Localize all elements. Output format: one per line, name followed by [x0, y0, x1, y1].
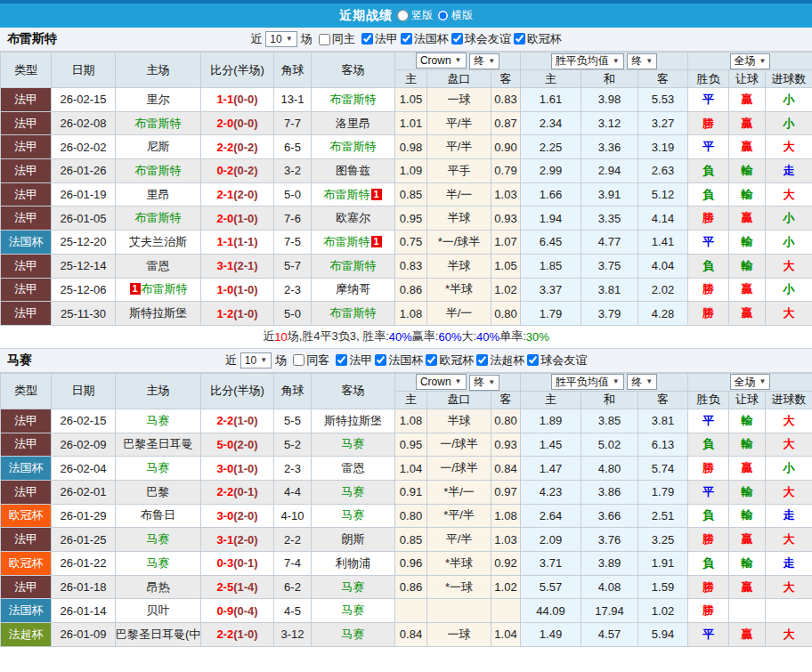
eu-away-odds-cell: 3.25	[638, 528, 688, 552]
league-checkbox[interactable]	[514, 33, 525, 45]
eu-draw-odds-cell: 3.36	[581, 135, 638, 159]
dropdown-arrow-icon: ▼	[488, 58, 495, 65]
filter-bar: 近 10 ▼ 场 同主 法甲法国杯球会友谊欧冠杯	[250, 31, 561, 48]
team-section-header-marseille: 马赛 近 10 ▼ 场 同客 法甲法国杯欧冠杯法超杯球会友谊	[0, 349, 812, 373]
away-team-cell: 布雷斯特	[312, 135, 395, 159]
league-filter-option[interactable]: 欧冠杯	[511, 31, 562, 47]
final-odds-select[interactable]: 终▼	[627, 53, 657, 69]
same-home-checkbox[interactable]	[319, 34, 330, 45]
col-header-result: 胜负	[688, 391, 729, 409]
bookmaker-select[interactable]: Crown▼	[416, 53, 467, 69]
team-name: 马赛	[147, 556, 170, 570]
col-header-eu-draw: 和	[581, 70, 638, 88]
layout-vertical-radio[interactable]	[397, 10, 409, 21]
ah-home-odds-cell: 0.80	[395, 504, 427, 528]
final-value: 终	[474, 53, 484, 69]
scope-select[interactable]: 全场▼	[730, 53, 771, 69]
away-team-cell: 朗斯	[312, 528, 395, 552]
handicap-cell: 平手	[427, 159, 491, 183]
result-cell: 勝	[688, 599, 729, 623]
europe-odds-select[interactable]: 胜平负均值▼	[551, 374, 624, 390]
ah-away-odds-cell: 1.03	[491, 528, 521, 552]
league-checkbox-label: 欧冠杯	[527, 31, 562, 47]
league-filter-option[interactable]: 球会友谊	[449, 31, 511, 47]
goals-result-cell: 大	[766, 623, 812, 647]
league-checkbox[interactable]	[527, 354, 539, 366]
team-name: 斯特拉斯堡	[324, 414, 382, 427]
ah-away-odds-cell: 0.80	[491, 409, 521, 433]
league-filter-option[interactable]: 法国杯	[372, 352, 423, 368]
final-odds-select[interactable]: 终▼	[469, 375, 499, 391]
summary-segment: 近	[263, 328, 274, 344]
league-checkbox[interactable]	[451, 33, 463, 45]
league-filter-option[interactable]: 法超杯	[474, 352, 524, 368]
handicap-cell: *半/一	[427, 480, 491, 504]
final-odds-select[interactable]: 终▼	[469, 53, 499, 69]
layout-horizontal-option[interactable]: 横版	[437, 8, 473, 23]
same-venue-option[interactable]: 同客	[290, 352, 329, 368]
final-odds-select[interactable]: 终▼	[627, 374, 657, 390]
eu-home-odds-cell: 1.79	[521, 302, 581, 326]
league-checkbox-label: 球会友谊	[465, 31, 511, 47]
europe-odds-select[interactable]: 胜平负均值▼	[551, 53, 624, 69]
ah-home-odds-cell: 0.91	[395, 480, 427, 504]
dropdown-arrow-icon: ▼	[613, 58, 620, 65]
date-cell: 26-02-01	[52, 480, 116, 504]
eu-draw-odds-cell: 3.91	[581, 182, 638, 206]
handicap-cell: 平/半	[427, 528, 491, 552]
layout-horizontal-radio[interactable]	[437, 10, 449, 21]
league-filter-option[interactable]: 欧冠杯	[423, 352, 474, 368]
league-checkbox[interactable]	[375, 354, 386, 366]
eu-home-odds-cell: 1.47	[521, 457, 581, 481]
team-name: 图鲁兹	[336, 164, 370, 177]
team-name: 马赛	[147, 414, 170, 427]
date-cell: 26-01-09	[52, 623, 116, 647]
team-name: 洛里昂	[336, 117, 370, 130]
team-name: 马赛	[342, 508, 365, 522]
result-cell: 平	[688, 409, 729, 433]
league-checkbox[interactable]	[336, 354, 347, 366]
bookmaker-value: Crown	[420, 376, 451, 388]
home-team-cell: 巴黎圣日耳曼	[116, 433, 201, 457]
league-checkbox[interactable]	[476, 354, 488, 366]
corner-cell: 6-5	[274, 135, 312, 159]
team-name: 雷恩	[147, 259, 170, 272]
score-cell: 2-5(1-4)	[201, 575, 274, 599]
league-filter-option[interactable]: 法国杯	[398, 31, 449, 47]
eu-draw-odds-cell: 3.89	[581, 552, 638, 576]
team-name: 雷恩	[342, 461, 365, 474]
eu-away-odds-cell: 1.79	[638, 480, 688, 504]
team-name: 马赛	[342, 627, 365, 641]
score-cell: 3-1(2-1)	[201, 254, 274, 278]
match-count-select[interactable]: 10 ▼	[240, 352, 272, 368]
same-venue-option[interactable]: 同主	[316, 31, 355, 47]
away-team-cell: 马赛	[312, 623, 395, 647]
eu-home-odds-cell: 3.71	[521, 552, 581, 576]
team-name: 布雷斯特	[142, 282, 188, 296]
league-checkbox[interactable]	[401, 33, 412, 45]
league-filter-option[interactable]: 法甲	[359, 31, 398, 47]
summary-segment: 场,胜4平3负3, 胜率:	[288, 328, 389, 344]
team-name: 欧塞尔	[336, 211, 370, 224]
league-checkbox[interactable]	[426, 354, 437, 366]
result-cell: 勝	[688, 528, 729, 552]
team-name: 布雷斯特	[330, 93, 377, 106]
goals-result-cell: 走	[766, 504, 812, 528]
col-header-ah-home: 主	[395, 391, 427, 409]
home-team-cell: 布雷斯特	[116, 159, 201, 183]
match-count-select[interactable]: 10 ▼	[265, 31, 296, 47]
full-score: 2-2	[216, 485, 233, 498]
same-away-checkbox[interactable]	[293, 354, 304, 366]
league-checkbox-label: 法超杯	[490, 352, 524, 368]
scope-select[interactable]: 全场▼	[730, 374, 771, 390]
league-checkbox[interactable]	[361, 33, 373, 45]
half-score: (0-2)	[233, 141, 257, 154]
layout-vertical-option[interactable]: 竖版	[397, 8, 433, 23]
bookmaker-select[interactable]: Crown▼	[416, 374, 467, 390]
league-filter-option[interactable]: 球会友谊	[524, 352, 587, 368]
league-type-cell: 法甲	[1, 111, 52, 135]
league-filter-option[interactable]: 法甲	[333, 352, 372, 368]
away-team-cell: 图鲁兹	[312, 159, 395, 183]
team-name: 巴黎圣日耳曼	[124, 437, 193, 450]
full-score: 2-0	[216, 212, 233, 225]
